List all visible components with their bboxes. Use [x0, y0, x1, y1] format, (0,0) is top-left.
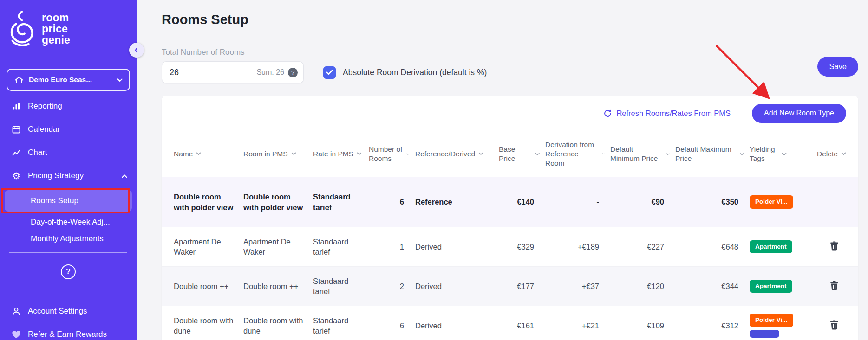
sidebar-item-chart[interactable]: Chart [0, 141, 137, 164]
sidebar-item-calendar[interactable]: Calendar [0, 118, 137, 141]
cell-rate-in-pms: Standaard tarief [313, 192, 369, 212]
delete-room-button[interactable] [828, 278, 841, 294]
yielding-tag[interactable]: Polder Vi... [750, 314, 793, 327]
delete-room-button[interactable] [828, 239, 841, 255]
sort-chevron-icon [666, 153, 670, 156]
trash-icon [829, 280, 839, 291]
yielding-tag[interactable]: Polder Vi... [750, 195, 793, 208]
column-label: Reference/Derived [415, 149, 475, 159]
column-label: Default Minimum Price [610, 145, 663, 163]
cell-name: Double room ++ [174, 281, 243, 291]
cell-reference-derived: Derived [415, 242, 499, 252]
line-chart-icon [11, 148, 21, 157]
cell-yielding-tags: Polder Vi... [750, 314, 817, 337]
sort-chevron-icon [535, 153, 540, 156]
sidebar-item-reporting[interactable]: Reporting [0, 95, 137, 118]
sidebar-item-label: Rooms Setup [31, 196, 78, 205]
calendar-icon [11, 125, 21, 134]
sidebar-item-day-of-week-adjustments[interactable]: Day-of-the-Week Adj... [0, 212, 137, 233]
help-icon[interactable]: ? [288, 68, 298, 77]
cell-yielding-tags: Apartment [750, 240, 817, 253]
brand-line: price [42, 23, 70, 34]
column-header-default-minimum-price[interactable]: Default Minimum Price [610, 145, 675, 163]
refresh-rooms-link[interactable]: Refresh Rooms/Rates From PMS [603, 109, 731, 118]
add-new-room-type-button[interactable]: Add New Room Type [752, 104, 846, 123]
trash-icon [829, 320, 839, 330]
sort-chevron-icon [841, 152, 846, 155]
delete-room-button[interactable] [828, 318, 841, 334]
cell-name: Double room with dune [174, 315, 243, 336]
sidebar-item-label: Chart [28, 148, 47, 157]
cell-derivation: +€37 [582, 281, 610, 291]
sidebar: room price genie Demo Euro Seas... Repor… [0, 0, 137, 340]
brand-line: genie [42, 34, 70, 45]
absolute-derivation-label: Absolute Room Derivation (default is %) [343, 68, 487, 77]
sidebar-item-refer-earn-rewards[interactable]: Refer & Earn Rewards [0, 323, 137, 340]
sort-chevron-icon [291, 152, 296, 155]
table-header: Name Room in PMS Rate in PMS Number of R… [162, 131, 858, 177]
total-rooms-input[interactable] [163, 67, 214, 78]
cell-derivation: +€21 [582, 321, 610, 331]
cell-name: Double room with polder view [174, 192, 243, 212]
cell-name: Apartment De Waker [174, 237, 243, 257]
sidebar-item-label: Day-of-the-Week Adj... [31, 218, 110, 227]
column-header-default-maximum-price[interactable]: Default Maximum Price [675, 145, 750, 163]
heart-icon [11, 330, 21, 339]
sidebar-item-label: Account Settings [28, 307, 87, 316]
absolute-derivation-checkbox[interactable] [323, 66, 336, 79]
column-header-name[interactable]: Name [174, 149, 243, 159]
yielding-tag[interactable] [750, 330, 779, 338]
sidebar-item-pricing-strategy[interactable]: ⚙ Pricing Strategy [0, 164, 137, 187]
column-label: Rate in PMS [313, 149, 353, 159]
help-wrap: ? [0, 264, 137, 279]
card-toolbar: Refresh Rooms/Rates From PMS Add New Roo… [162, 96, 858, 131]
brand-logo: room price genie [0, 0, 137, 48]
property-name: Demo Euro Seas... [29, 76, 92, 84]
main-content: Rooms Setup Total Number of Rooms Sum: 2… [137, 0, 868, 340]
cell-default-maximum-price: €648 [721, 242, 750, 252]
sort-chevron-icon [196, 152, 201, 155]
cell-default-minimum-price: €120 [647, 281, 675, 291]
cell-yielding-tags: Apartment [750, 280, 817, 293]
column-header-derivation[interactable]: Derivation from Reference Room [545, 140, 610, 168]
total-rooms-label: Total Number of Rooms [162, 48, 858, 57]
column-label: Default Maximum Price [675, 145, 737, 163]
brand-name: room price genie [42, 12, 70, 45]
page-title: Rooms Setup [162, 12, 858, 27]
column-header-yielding-tags[interactable]: Yielding Tags [750, 145, 817, 163]
total-rooms-input-box: Sum: 26 ? [162, 61, 304, 83]
home-icon [14, 76, 24, 84]
cell-room-in-pms: Double room with dune [243, 315, 313, 336]
cell-rate-in-pms: Standaard tarief [313, 276, 369, 297]
sort-chevron-icon [357, 152, 362, 155]
column-header-rate-in-pms[interactable]: Rate in PMS [313, 149, 369, 159]
column-header-room-in-pms[interactable]: Room in PMS [243, 149, 313, 159]
sort-chevron-icon [406, 153, 410, 156]
cell-delete [828, 239, 848, 255]
save-button[interactable]: Save [817, 57, 858, 77]
sidebar-item-account-settings[interactable]: Account Settings [0, 300, 137, 323]
cell-room-in-pms: Apartment De Waker [243, 237, 313, 257]
column-label: Base Price [499, 145, 532, 163]
cell-derivation: - [597, 197, 611, 207]
sidebar-item-rooms-setup[interactable]: Rooms Setup [5, 190, 132, 212]
column-header-delete[interactable]: Delete [817, 149, 858, 159]
column-header-base-price[interactable]: Base Price [499, 145, 545, 163]
cell-derivation: +€189 [578, 242, 610, 252]
refresh-icon [603, 109, 612, 118]
column-header-reference-derived[interactable]: Reference/Derived [415, 149, 499, 159]
yielding-tag[interactable]: Apartment [750, 280, 792, 293]
brand-line: room [42, 12, 70, 23]
sidebar-item-label: Refer & Earn Rewards [28, 330, 107, 339]
column-label: Yielding Tags [750, 145, 778, 163]
rooms-card: Refresh Rooms/Rates From PMS Add New Roo… [162, 96, 858, 340]
column-header-number-of-rooms[interactable]: Number of Rooms [369, 145, 415, 163]
help-button[interactable]: ? [61, 264, 76, 279]
check-icon [326, 70, 333, 75]
yielding-tag[interactable]: Apartment [750, 240, 792, 253]
sidebar-collapse-button[interactable]: ‹ [129, 43, 144, 58]
cell-delete [828, 318, 848, 334]
absolute-derivation-group: Absolute Room Derivation (default is %) [323, 66, 487, 79]
property-selector[interactable]: Demo Euro Seas... [7, 69, 130, 91]
sidebar-item-monthly-adjustments[interactable]: Monthly Adjustments [0, 233, 137, 249]
